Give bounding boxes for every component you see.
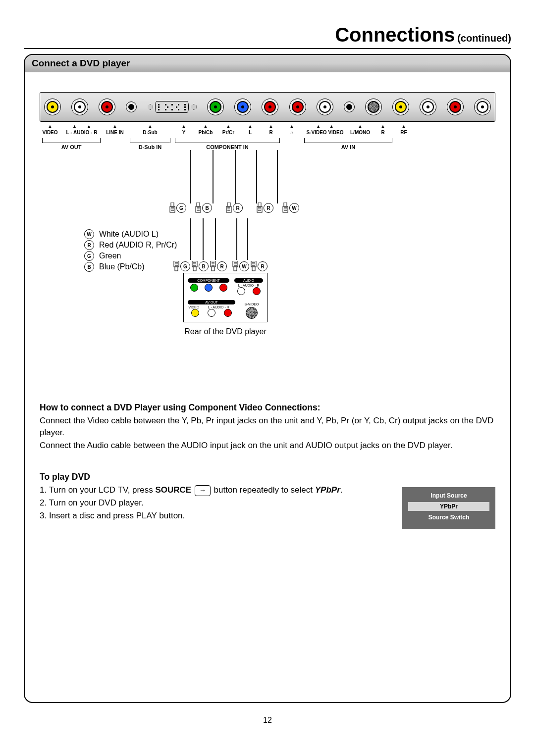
- svg-rect-56: [252, 267, 255, 271]
- section-heading: Connect a DVD player: [25, 55, 510, 72]
- jack-component-y: [207, 99, 224, 115]
- jack-audio-r-in: [447, 99, 464, 115]
- osd-title: Input Source: [406, 492, 491, 499]
- jack-component-audio-r: [317, 99, 333, 115]
- jack-audio-lmono-in: [420, 99, 436, 115]
- page-number: 12: [24, 716, 511, 725]
- jack-rf: [474, 99, 491, 115]
- jack-component-pb: [234, 99, 251, 115]
- jack-line-in: [126, 101, 137, 112]
- title-rule: [24, 48, 511, 49]
- wiring-diagram: G B R R W G B R W R WWhite (AUDIO L) RRe…: [40, 150, 495, 363]
- color-legend: WWhite (AUDIO L) RRed (AUDIO R, Pr/Cr) G…: [40, 219, 177, 273]
- panel-group-labels: AV OUT D-Sub IN COMPONENT IN AV IN: [40, 137, 495, 150]
- jack-audio-l-out: [71, 99, 88, 115]
- tv-rear-panel: [40, 92, 495, 122]
- jack-video-in: [392, 99, 409, 115]
- dsub-port: [147, 101, 197, 113]
- title-main: Connections: [335, 24, 455, 46]
- page-title: Connections (continued): [24, 24, 511, 46]
- howto-p1: Connect the Video cable between the Y, P…: [40, 415, 495, 439]
- jack-video-out: [44, 99, 61, 115]
- svg-rect-15: [197, 202, 200, 206]
- svg-rect-30: [284, 202, 287, 206]
- jack-svideo: [365, 99, 382, 115]
- jack-audio-r-out: [99, 99, 115, 115]
- dvd-rear-panel: COMPONENT AUDIO L - AUDIO - R AV: [183, 273, 268, 336]
- osd-selected: YPbPr: [408, 502, 489, 511]
- panel-labels-row: ▲VIDEO ▲ ▲L - AUDIO - R ▲LINE IN ▲D-Sub …: [40, 124, 495, 135]
- svg-rect-41: [193, 267, 196, 271]
- osd-inset: Input Source YPbPr Source Switch: [402, 487, 495, 529]
- svg-rect-10: [171, 202, 174, 206]
- source-button-icon: →: [195, 485, 211, 496]
- osd-footer: Source Switch: [406, 514, 491, 521]
- instructions: How to connect a DVD Player using Compon…: [40, 403, 495, 529]
- howto-heading: How to connect a DVD Player using Compon…: [40, 403, 495, 413]
- svg-rect-25: [258, 202, 261, 206]
- jack-component-audio-l: [289, 99, 306, 115]
- play-heading: To play DVD: [40, 472, 495, 482]
- svg-rect-46: [212, 267, 214, 271]
- svg-rect-20: [227, 202, 230, 206]
- howto-p2: Connect the Audio cable between the AUDI…: [40, 440, 495, 452]
- dvd-rear-caption: Rear of the DVD player: [183, 327, 268, 336]
- jack-component-pr: [262, 99, 278, 115]
- jack-headphone: [344, 101, 355, 112]
- title-sub: (continued): [457, 33, 511, 44]
- content-box: Connect a DVD player: [24, 54, 511, 703]
- svg-rect-51: [234, 267, 237, 271]
